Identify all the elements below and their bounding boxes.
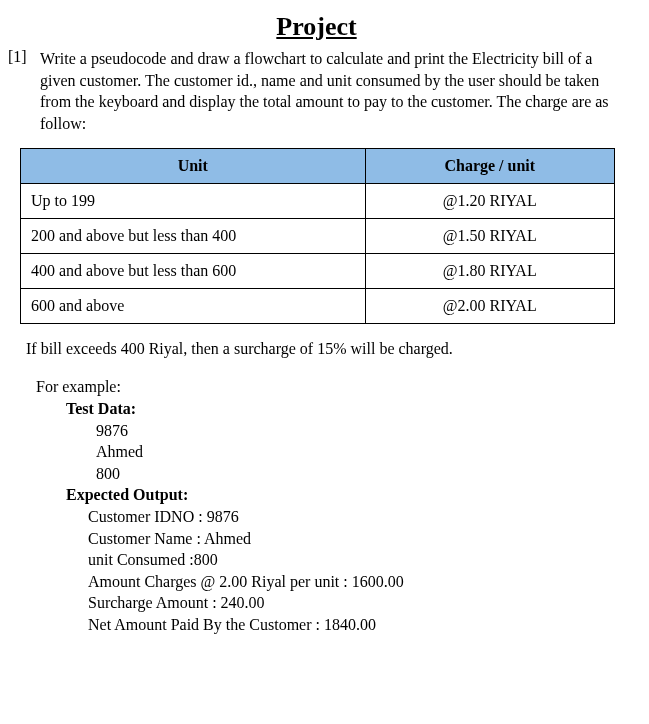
question-number: [1] — [8, 48, 40, 66]
expected-output-label: Expected Output: — [66, 484, 625, 506]
table-row: 400 and above but less than 600 @1.80 RI… — [21, 254, 615, 289]
cell-unit: 600 and above — [21, 289, 366, 324]
example-block: For example: Test Data: 9876 Ahmed 800 E… — [36, 376, 625, 635]
for-example-label: For example: — [36, 376, 625, 398]
table-row: Up to 199 @1.20 RIYAL — [21, 184, 615, 219]
question-text: Write a pseudocode and draw a flowchart … — [40, 48, 625, 134]
table-header-unit: Unit — [21, 149, 366, 184]
test-data-label: Test Data: — [66, 398, 625, 420]
cell-unit: Up to 199 — [21, 184, 366, 219]
test-data-name: Ahmed — [96, 441, 625, 463]
expected-idno: Customer IDNO : 9876 — [88, 506, 625, 528]
expected-name: Customer Name : Ahmed — [88, 528, 625, 550]
test-data-units: 800 — [96, 463, 625, 485]
page-title: Project — [8, 12, 625, 42]
cell-unit: 400 and above but less than 600 — [21, 254, 366, 289]
table-header-charge: Charge / unit — [365, 149, 614, 184]
cell-unit: 200 and above but less than 400 — [21, 219, 366, 254]
table-row: 200 and above but less than 400 @1.50 RI… — [21, 219, 615, 254]
expected-surcharge: Surcharge Amount : 240.00 — [88, 592, 625, 614]
expected-units: unit Consumed :800 — [88, 549, 625, 571]
surcharge-note: If bill exceeds 400 Riyal, then a surcha… — [26, 340, 625, 358]
test-data-id: 9876 — [96, 420, 625, 442]
cell-charge: @1.80 RIYAL — [365, 254, 614, 289]
charge-table: Unit Charge / unit Up to 199 @1.20 RIYAL… — [20, 148, 615, 324]
expected-net: Net Amount Paid By the Customer : 1840.0… — [88, 614, 625, 636]
cell-charge: @2.00 RIYAL — [365, 289, 614, 324]
cell-charge: @1.50 RIYAL — [365, 219, 614, 254]
cell-charge: @1.20 RIYAL — [365, 184, 614, 219]
table-row: 600 and above @2.00 RIYAL — [21, 289, 615, 324]
question-block: [1] Write a pseudocode and draw a flowch… — [8, 48, 625, 134]
expected-amount: Amount Charges @ 2.00 Riyal per unit : 1… — [88, 571, 625, 593]
